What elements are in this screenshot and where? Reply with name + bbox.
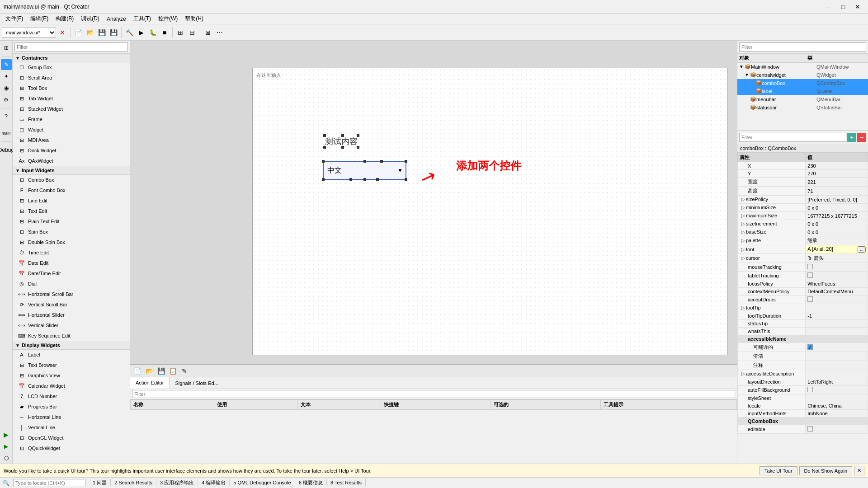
widget-item-dockwidget[interactable]: ⊟Dock Widget bbox=[13, 145, 130, 156]
checkbox-icon[interactable] bbox=[807, 426, 813, 432]
do-not-show-button[interactable]: Do Not Show Again bbox=[799, 466, 852, 475]
prop-expand-icon[interactable]: ▷ bbox=[741, 213, 745, 218]
toolbar-debug-btn[interactable]: 🐛 bbox=[147, 27, 158, 38]
design-canvas[interactable]: 在这里输入 测试内容 中文 ▼ bbox=[252, 68, 728, 355]
widget-item-plaintextedit[interactable]: ⊟Plain Text Edit bbox=[13, 216, 130, 227]
prop-value[interactable] bbox=[806, 328, 868, 335]
sidebar-debug3-icon[interactable]: ▶ bbox=[1, 441, 12, 452]
action-edit-btn[interactable]: ✎ bbox=[179, 366, 190, 376]
widget-item-groupbox[interactable]: ☐Group Box bbox=[13, 62, 130, 73]
prop-value[interactable] bbox=[806, 386, 868, 394]
object-filter-input[interactable] bbox=[739, 42, 866, 52]
widget-item-widget[interactable]: ▢Widget bbox=[13, 125, 130, 135]
prop-value[interactable]: -1 bbox=[806, 312, 868, 320]
prop-value[interactable]: 0 x 0 bbox=[806, 220, 868, 228]
prop-value[interactable]: WheelFocus bbox=[806, 280, 868, 288]
toolbar-file-combo[interactable]: mainwindow.ui* bbox=[2, 28, 56, 38]
toolbar-save-btn[interactable]: 💾 bbox=[96, 27, 107, 38]
toolbar-snap-btn[interactable]: ⋯ bbox=[214, 27, 225, 38]
action-new-btn[interactable]: 📄 bbox=[132, 366, 143, 376]
widget-item-verticalslider[interactable]: ⟺Vertical Slider bbox=[13, 320, 130, 331]
widget-item-spinbox[interactable]: ⊟Spin Box bbox=[13, 227, 130, 237]
sidebar-run-icon[interactable]: ▶ bbox=[1, 429, 12, 440]
widget-item-progressbar[interactable]: ▰Progress Bar bbox=[13, 402, 130, 412]
checkbox-icon[interactable] bbox=[807, 272, 813, 278]
prop-value[interactable] bbox=[806, 394, 868, 402]
sidebar-edit-icon[interactable]: ✎ bbox=[1, 59, 12, 70]
action-filter-input[interactable] bbox=[132, 390, 735, 398]
prop-value[interactable]: 继承 bbox=[806, 236, 868, 245]
status-tab-4编译输出[interactable]: 4 编译输出 bbox=[198, 479, 230, 486]
tree-row-comboBox[interactable]: 📦 comboBox QComboBox bbox=[737, 79, 868, 87]
prop-font-btn[interactable]: ... bbox=[858, 246, 866, 253]
props-filter-input[interactable] bbox=[739, 133, 846, 142]
tree-row-MainWindow[interactable]: ▼ 📦 MainWindow QMainWindow bbox=[737, 63, 868, 71]
widget-filter-input[interactable] bbox=[14, 42, 128, 52]
widget-item-combobox[interactable]: ⊟Combo Box bbox=[13, 175, 130, 185]
tree-row-statusbar[interactable]: 📦 statusbar QStatusBar bbox=[737, 103, 868, 112]
widget-item-lcdnumber[interactable]: 7LCD Number bbox=[13, 391, 130, 402]
prop-expand-icon[interactable]: ▷ bbox=[741, 197, 745, 202]
combo-widget[interactable]: 中文 ▼ bbox=[323, 161, 406, 180]
toolbar-close-btn[interactable]: ✕ bbox=[57, 27, 68, 38]
widget-item-fontcombobox[interactable]: FFont Combo Box bbox=[13, 185, 130, 196]
action-tab-0[interactable]: Action Editor bbox=[130, 377, 170, 389]
tree-row-label[interactable]: 📦 label QLabel bbox=[737, 87, 868, 95]
prop-value[interactable]: LeftToRight bbox=[806, 378, 868, 386]
prop-value[interactable]: 0 x 0 bbox=[806, 228, 868, 236]
widget-item-mdiarea[interactable]: ⊟MDI Area bbox=[13, 135, 130, 145]
menu-item-b[interactable]: 构建(B) bbox=[52, 14, 77, 23]
prop-value[interactable]: 221 bbox=[806, 178, 868, 187]
prop-value[interactable] bbox=[806, 296, 868, 304]
toolbar-grid-btn[interactable]: ⊠ bbox=[203, 27, 213, 38]
widget-item-timeedit[interactable]: ⏱Time Edit bbox=[13, 248, 130, 258]
prop-value[interactable]: 16777215 x 16777215 bbox=[806, 212, 868, 220]
prop-value[interactable]: ImhNone bbox=[806, 410, 868, 418]
widget-item-dial[interactable]: ◎Dial bbox=[13, 279, 130, 289]
status-tab-2searchresults[interactable]: 2 Search Results bbox=[111, 479, 156, 486]
sidebar-welcome-icon[interactable]: ⊞ bbox=[1, 42, 12, 53]
widget-item-horizontalscrollbar[interactable]: ⟺Horizontal Scroll Bar bbox=[13, 289, 130, 300]
status-tab-3应用程序输出[interactable]: 3 应用程序输出 bbox=[156, 479, 198, 486]
props-del-button[interactable]: − bbox=[857, 133, 866, 142]
tour-close-button[interactable]: ✕ bbox=[854, 466, 864, 475]
action-open-btn[interactable]: 📂 bbox=[144, 366, 155, 376]
widget-item-graphicsview[interactable]: ⊟Graphics View bbox=[13, 371, 130, 381]
toolbar-build-btn[interactable]: 🔨 bbox=[124, 27, 135, 38]
prop-value[interactable]: 🖱 箭头 bbox=[806, 254, 868, 263]
menu-item-e[interactable]: 编辑(E) bbox=[27, 14, 52, 23]
widget-section-containers[interactable]: ▼Containers bbox=[13, 54, 130, 62]
widget-item-verticalline[interactable]: │Vertical Line bbox=[13, 422, 130, 433]
widget-item-stackedwidget[interactable]: ⊡Stacked Widget bbox=[13, 104, 130, 114]
tree-row-centralwidget[interactable]: ▼ 📦 centralwidget QWidget bbox=[737, 71, 868, 79]
action-save-btn[interactable]: 💾 bbox=[156, 366, 166, 376]
prop-expand-icon[interactable]: ▷ bbox=[741, 205, 745, 210]
menu-item-d[interactable]: 调试(D) bbox=[77, 14, 103, 23]
prop-value[interactable]: A [Arial, 20] ... bbox=[806, 245, 868, 254]
prop-value[interactable]: ✓ bbox=[806, 343, 868, 352]
widget-item-verticalscrollbar[interactable]: ⟳Vertical Scroll Bar bbox=[13, 300, 130, 310]
widget-item-frame[interactable]: ▭Frame bbox=[13, 114, 130, 125]
prop-value[interactable] bbox=[806, 361, 868, 370]
widget-item-tabwidget[interactable]: ⊞Tab Widget bbox=[13, 94, 130, 104]
sidebar-debug-icon[interactable]: ◉ bbox=[1, 83, 12, 94]
prop-value[interactable]: 230 bbox=[806, 162, 868, 170]
toolbar-save-all-btn[interactable]: 💾 bbox=[108, 27, 119, 38]
menu-item-t[interactable]: 工具(T) bbox=[130, 14, 155, 23]
prop-value[interactable]: 270 bbox=[806, 170, 868, 178]
prop-value[interactable]: 0 x 0 bbox=[806, 204, 868, 212]
locate-input[interactable] bbox=[13, 479, 85, 487]
widget-item-date/timeedit[interactable]: 📅Date/Time Edit bbox=[13, 268, 130, 279]
sidebar-debug2-icon[interactable]: Debug bbox=[1, 145, 12, 155]
status-tab-1问题[interactable]: 1 问题 bbox=[89, 479, 111, 486]
sidebar-design-icon[interactable]: ✦ bbox=[1, 71, 12, 82]
prop-value[interactable] bbox=[806, 320, 868, 328]
maximize-button[interactable]: □ bbox=[836, 2, 850, 12]
widget-item-horizontalslider[interactable]: ⟺Horizontal Slider bbox=[13, 310, 130, 320]
widget-item-doublespinbox[interactable]: ⊟Double Spin Box bbox=[13, 237, 130, 248]
widget-item-textbrowser[interactable]: ⊟Text Browser bbox=[13, 360, 130, 371]
prop-value[interactable]: DefaultContextMenu bbox=[806, 288, 868, 296]
status-tab-8testresults[interactable]: 8 Test Results bbox=[327, 479, 366, 486]
toolbar-stop-btn[interactable]: ■ bbox=[159, 27, 170, 38]
sidebar-bottom-icon[interactable]: ⬡ bbox=[1, 453, 12, 464]
